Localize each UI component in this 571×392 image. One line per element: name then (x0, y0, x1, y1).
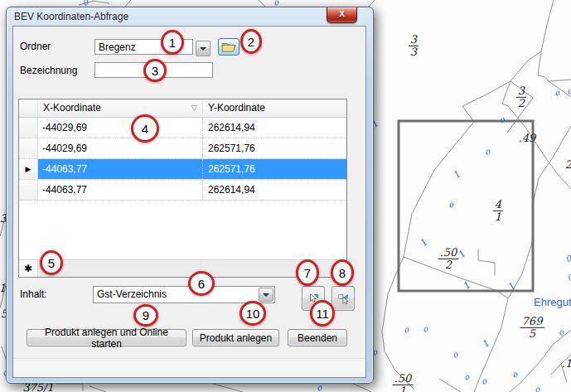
dialog-bev-koordinaten-abfrage: BEV Koordinaten-Abfrage x Ordner Bregenz… (6, 7, 374, 384)
chevron-down-icon (200, 47, 206, 51)
sort-descending-icon: ▽ (191, 104, 197, 112)
cell-x-koordinate[interactable]: -44063,77 (38, 180, 203, 200)
dialog-client-area: Ordner Bregenz Bezeichnung (12, 26, 366, 378)
annotation-circle-1: 1 (161, 30, 184, 55)
folder-icon (221, 41, 236, 52)
table-row[interactable]: ▶-44063,77262571,76 (19, 159, 346, 180)
table-row[interactable]: -44063,77262614,94 (19, 180, 346, 201)
status-area (13, 359, 365, 377)
parcel-number-fraction: .501 (393, 373, 414, 392)
pick-coordinates-to-map-button[interactable] (331, 286, 355, 311)
inhalt-combobox-value: Gst-Verzeichnis (94, 287, 258, 302)
annotation-circle-8: 8 (331, 259, 354, 286)
open-folder-button[interactable] (218, 38, 240, 56)
coordinates-table-header: X-Koordinate ▽ Y-Koordinate (19, 99, 346, 118)
row-header-cell[interactable] (19, 118, 38, 138)
ordner-combobox-dropdown-button[interactable] (196, 41, 210, 56)
table-row[interactable]: -44029,69262614,94 (19, 118, 346, 138)
cursor-pick-up-icon (337, 290, 349, 307)
parcel-number-fraction: 41 (493, 199, 503, 222)
table-row[interactable]: -44029,69262571,76 (19, 138, 346, 159)
row-header-cell[interactable] (19, 138, 38, 158)
parcel-number-label: .49 (519, 132, 536, 144)
cell-x-koordinate[interactable]: -44029,69 (38, 138, 203, 158)
close-button[interactable]: x (327, 7, 357, 23)
parcel-number-fraction: 7695 (520, 316, 544, 339)
annotation-circle-2: 2 (240, 29, 262, 54)
row-header-cell[interactable] (19, 180, 38, 200)
cell-y-koordinate[interactable]: 262571,76 (203, 138, 346, 158)
ordner-label: Ordner (20, 41, 51, 52)
screen: 333241.5027695.501.492.1315375/10ooooo.1… (0, 0, 571, 392)
annotation-circle-9: 9 (133, 304, 158, 327)
annotation-circle-10: 10 (240, 301, 266, 326)
dialog-title: BEV Koordinaten-Abfrage (14, 11, 128, 24)
cell-y-koordinate[interactable]: 262614,94 (203, 180, 346, 200)
cell-y-koordinate[interactable]: 262614,94 (203, 118, 346, 138)
annotation-circle-11: 11 (310, 300, 335, 327)
parcel-number-fraction: .502 (438, 247, 459, 270)
produkt-anlegen-button[interactable]: Produkt anlegen (192, 329, 279, 346)
map-selection-rectangle (399, 121, 533, 291)
annotation-circle-3: 3 (143, 59, 167, 82)
annotation-circle-7: 7 (296, 259, 319, 286)
parcel-number-fraction: 32 (516, 85, 526, 109)
table-body: -44029,69262614,94-44029,69262571,76▶-44… (19, 118, 346, 201)
place-name-label: Ehregut (534, 296, 571, 308)
annotation-circle-4: 4 (131, 114, 159, 143)
parcel-number-fraction: 33 (409, 34, 419, 57)
coordinates-table: X-Koordinate ▽ Y-Koordinate -44029,69262… (18, 99, 347, 278)
column-header-x[interactable]: X-Koordinate ▽ (38, 99, 203, 117)
new-row-indicator: ✱ (19, 260, 38, 277)
cell-y-koordinate[interactable]: 262571,76 (203, 159, 346, 179)
parcel-number-label: .1 (562, 357, 571, 370)
inhalt-label: Inhalt: (20, 288, 47, 300)
annotation-circle-6: 6 (188, 271, 215, 296)
parcel-number-label: 2 (565, 158, 571, 171)
produkt-anlegen-online-button[interactable]: Produkt anlegen und Online starten (27, 329, 186, 346)
cell-x-koordinate[interactable]: -44063,77 (38, 159, 203, 179)
annotation-circle-5: 5 (40, 250, 63, 275)
column-header-y[interactable]: Y-Koordinate (203, 99, 346, 117)
row-header-stub (19, 99, 38, 117)
chevron-down-icon (263, 293, 269, 297)
cell-x-koordinate[interactable]: -44029,69 (38, 118, 203, 138)
inhalt-combobox-dropdown-button[interactable] (259, 288, 273, 302)
row-header-cell[interactable]: ▶ (19, 159, 38, 179)
bezeichnung-label: Bezeichnung (20, 65, 77, 76)
beenden-button[interactable]: Beenden (288, 329, 347, 346)
